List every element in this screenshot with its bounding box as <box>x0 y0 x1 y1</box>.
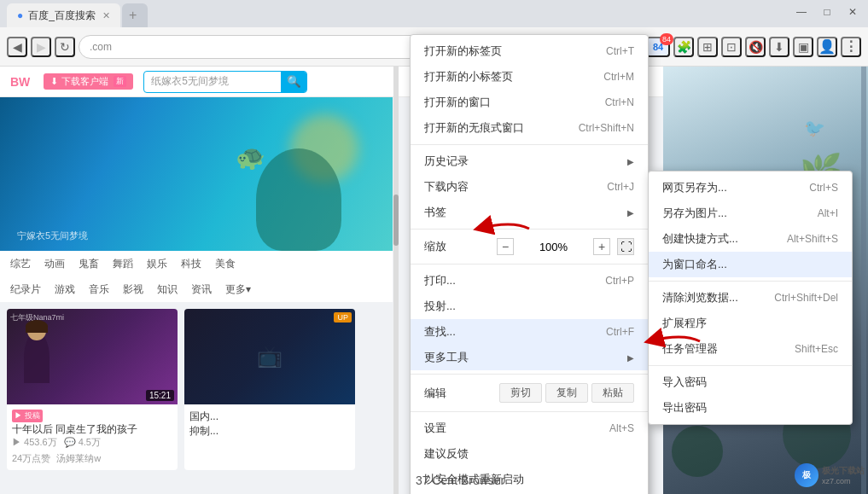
menu-downloads[interactable]: 下载内容 Ctrl+J <box>411 174 648 200</box>
category-nav-row2: 纪录片 游戏 音乐 影视 知识 资讯 更多▾ <box>0 276 393 302</box>
mute-icon[interactable]: 🔇 <box>745 37 766 57</box>
window-close-button[interactable]: ✕ <box>841 3 865 20</box>
menu-edit-label: 编辑 <box>424 386 496 401</box>
grid-icon[interactable]: ⊞ <box>697 37 718 57</box>
site-logo: BW <box>10 75 30 89</box>
menu-history-arrow: ▶ <box>627 157 634 166</box>
submenu-extensions[interactable]: 扩展程序 <box>649 311 852 336</box>
cat-鬼畜[interactable]: 鬼畜 <box>72 251 106 276</box>
profile-icon[interactable]: 👤 <box>817 37 837 57</box>
cat-动画[interactable]: 动画 <box>38 251 72 276</box>
reload-button[interactable]: ↻ <box>55 37 75 57</box>
cat-资讯[interactable]: 资讯 <box>184 276 218 302</box>
cat-影视[interactable]: 影视 <box>116 276 150 302</box>
window-maximize-button[interactable]: □ <box>815 3 839 20</box>
menu-new-window-shortcut: Ctrl+N <box>605 96 634 108</box>
cat-美食[interactable]: 美食 <box>208 251 242 276</box>
menu-more-tools[interactable]: 更多工具 ▶ <box>411 345 648 370</box>
puzzle-icon[interactable]: 🧩 <box>673 37 694 57</box>
tab-bar: ● 百度_百度搜索 ✕ + <box>0 0 868 27</box>
menu-find-label: 查找... <box>424 324 456 340</box>
video-title-1: ▶ 投稿 十年以后 同桌生了我的孩子 <box>12 410 172 436</box>
menu-new-small-tab[interactable]: 打开新的小标签页 Ctrl+M <box>411 64 648 90</box>
download-toolbar-icon[interactable]: ⬇ <box>769 37 789 57</box>
menu-paste-button[interactable]: 粘贴 <box>591 383 634 403</box>
menu-copy-button[interactable]: 复制 <box>545 383 588 403</box>
tab-close-icon[interactable]: ✕ <box>102 10 110 21</box>
video-thumb-1: 七年级Nana7mi 15:21 <box>7 309 178 404</box>
submenu-create-shortcut-label: 创建快捷方式... <box>662 231 738 247</box>
video-info-1: ▶ 投稿 十年以后 同桌生了我的孩子 ▶ 453.6万 💬 4.5万 24万点赞… <box>7 404 178 470</box>
video-info-2: 国内...抑制... <box>184 404 355 444</box>
menu-zoom-row: 缩放 − 100% + ⛶ <box>411 233 648 260</box>
page-scrollbar[interactable] <box>393 67 399 494</box>
menu-new-window[interactable]: 打开新的窗口 Ctrl+N <box>411 90 648 115</box>
menu-downloads-label: 下载内容 <box>424 179 469 195</box>
scroll-thumb[interactable] <box>393 195 399 246</box>
submenu-sep-1 <box>649 281 852 282</box>
menu-downloads-shortcut: Ctrl+J <box>607 181 634 193</box>
submenu-extensions-label: 扩展程序 <box>662 316 707 331</box>
sidebar-icon[interactable]: ▣ <box>793 37 813 57</box>
menu-feedback[interactable]: 建议反馈 <box>411 441 648 467</box>
menu-new-small-tab-label: 打开新的小标签页 <box>424 69 513 84</box>
menu-history[interactable]: 历史记录 ▶ <box>411 148 648 174</box>
cat-游戏[interactable]: 游戏 <box>48 276 82 302</box>
new-tab-button[interactable]: + <box>122 3 148 27</box>
browser-name-label: 37 Cent Browser <box>416 474 504 487</box>
download-btn-label: 下载客户端 <box>61 75 108 88</box>
cat-知识[interactable]: 知识 <box>150 276 184 302</box>
crop-icon[interactable]: ⊡ <box>721 37 742 57</box>
back-button[interactable]: ◀ <box>7 37 27 57</box>
menu-sep-4 <box>411 374 648 375</box>
submenu-name-window[interactable]: 为窗口命名... <box>649 252 852 277</box>
active-tab[interactable]: ● 百度_百度搜索 ✕ <box>7 3 120 27</box>
zoom-plus-button[interactable]: + <box>593 238 610 255</box>
menu-new-tab[interactable]: 打开新的标签页 Ctrl+T <box>411 38 648 64</box>
submenu-save-image[interactable]: 另存为图片... Alt+I <box>649 201 852 226</box>
cat-舞蹈[interactable]: 舞蹈 <box>106 251 140 276</box>
submenu-export-pwd[interactable]: 导出密码 <box>649 395 852 421</box>
submenu-import-pwd[interactable]: 导入密码 <box>649 369 852 395</box>
cat-综艺[interactable]: 综艺 <box>3 251 38 276</box>
submenu-export-pwd-label: 导出密码 <box>662 400 707 416</box>
menu-bookmarks[interactable]: 书签 ▶ <box>411 200 648 225</box>
cat-娱乐[interactable]: 娱乐 <box>140 251 174 276</box>
menu-find-shortcut: Ctrl+F <box>606 326 634 338</box>
menu-find[interactable]: 查找... Ctrl+F <box>411 319 648 345</box>
submenu-save-page[interactable]: 网页另存为... Ctrl+S <box>649 175 852 201</box>
forward-button[interactable]: ▶ <box>31 37 51 57</box>
more-menu-button[interactable]: ⋮ <box>841 37 861 57</box>
watermark-text: 极光下载站 xz7.com <box>822 465 865 485</box>
video-meta-1: 24万点赞 汤姆莱纳w <box>12 452 172 465</box>
cat-more[interactable]: 更多▾ <box>218 276 258 302</box>
zoom-value: 100% <box>521 241 586 253</box>
submenu-create-shortcut[interactable]: 创建快捷方式... Alt+Shift+S <box>649 226 852 252</box>
menu-new-window-label: 打开新的窗口 <box>424 95 491 110</box>
menu-print[interactable]: 打印... Ctrl+P <box>411 268 648 293</box>
menu-edit-row: 编辑 剪切 复制 粘贴 <box>411 378 648 408</box>
menu-incognito[interactable]: 打开新的无痕式窗口 Ctrl+Shift+N <box>411 115 648 141</box>
category-nav-row1: 综艺 动画 鬼畜 舞蹈 娱乐 科技 美食 <box>0 251 393 276</box>
zoom-fullscreen-button[interactable]: ⛶ <box>617 238 634 255</box>
extension-badge: 84 <box>660 33 673 45</box>
menu-cast[interactable]: 投射... <box>411 293 648 319</box>
menu-new-small-tab-shortcut: Ctrl+M <box>603 71 634 83</box>
tab-title: 百度_百度搜索 <box>28 9 96 23</box>
menu-settings-label: 设置 <box>424 421 446 436</box>
download-client-button[interactable]: ⬇ 下载客户端 新 <box>44 73 133 90</box>
submenu-clear-data-shortcut: Ctrl+Shift+Del <box>774 292 838 304</box>
submenu-task-manager[interactable]: 任务管理器 Shift+Esc <box>649 336 852 362</box>
video-card-2[interactable]: 📺 UP 国内...抑制... <box>184 309 355 470</box>
submenu-clear-data[interactable]: 清除浏览数据... Ctrl+Shift+Del <box>649 285 852 311</box>
cat-音乐[interactable]: 音乐 <box>82 276 116 302</box>
site-search-input[interactable] <box>144 76 281 88</box>
zoom-minus-button[interactable]: − <box>497 238 514 255</box>
window-minimize-button[interactable]: — <box>789 3 813 20</box>
site-search-button[interactable]: 🔍 <box>281 71 306 93</box>
video-card-1[interactable]: 七年级Nana7mi 15:21 ▶ 投稿 十年以后 同桌生了我的孩子 ▶ 45… <box>7 309 178 470</box>
cat-纪录片[interactable]: 纪录片 <box>3 276 48 302</box>
menu-cut-button[interactable]: 剪切 <box>499 383 542 403</box>
cat-科技[interactable]: 科技 <box>174 251 208 276</box>
menu-settings[interactable]: 设置 Alt+S <box>411 416 648 441</box>
